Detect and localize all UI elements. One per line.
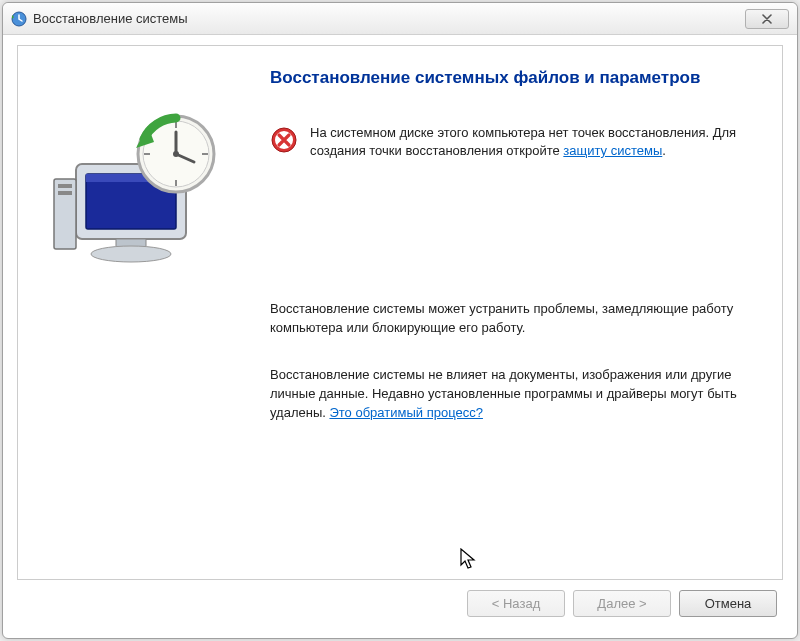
error-text: На системном диске этого компьютера нет … <box>310 124 750 160</box>
error-text-after: . <box>662 143 666 158</box>
illustration-column <box>36 64 266 579</box>
error-message: На системном диске этого компьютера нет … <box>270 124 750 160</box>
error-text-before: На системном диске этого компьютера нет … <box>310 125 736 158</box>
svg-rect-7 <box>58 184 72 188</box>
info-paragraph-1: Восстановление системы может устранить п… <box>270 300 750 338</box>
system-restore-illustration-icon <box>36 104 236 274</box>
reversible-process-link[interactable]: Это обратимый процесс? <box>329 405 482 420</box>
info-paragraph-2: Восстановление системы не влияет на доку… <box>270 366 750 423</box>
close-button[interactable] <box>745 9 789 29</box>
dialog-window: Восстановление системы <box>2 2 798 639</box>
back-button[interactable]: < Назад <box>467 590 565 617</box>
text-column: Восстановление системных файлов и параме… <box>266 64 750 579</box>
svg-point-5 <box>91 246 171 262</box>
svg-rect-6 <box>54 179 76 249</box>
window-title: Восстановление системы <box>33 11 745 26</box>
system-protection-link[interactable]: защиту системы <box>563 143 662 158</box>
content-panel: Восстановление системных файлов и параме… <box>17 45 783 580</box>
error-icon <box>270 126 298 154</box>
svg-rect-8 <box>58 191 72 195</box>
next-button[interactable]: Далее > <box>573 590 671 617</box>
system-restore-icon <box>11 11 27 27</box>
page-heading: Восстановление системных файлов и параме… <box>270 68 750 88</box>
cancel-button[interactable]: Отмена <box>679 590 777 617</box>
button-footer: < Назад Далее > Отмена <box>3 580 797 638</box>
titlebar: Восстановление системы <box>3 3 797 35</box>
content-wrapper: Восстановление системных файлов и параме… <box>3 35 797 580</box>
